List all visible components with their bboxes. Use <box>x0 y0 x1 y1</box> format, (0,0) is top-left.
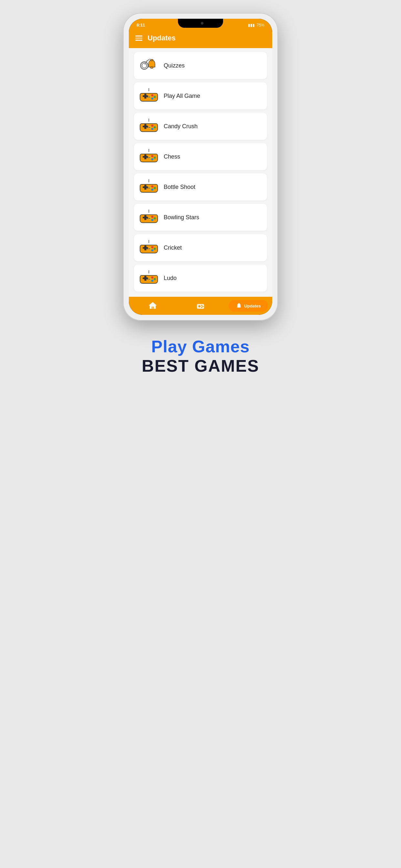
phone-frame: 8:11 ▮▮▮ 75% Updates <box>123 13 278 321</box>
svg-rect-48 <box>149 218 150 219</box>
svg-point-7 <box>151 94 153 97</box>
svg-point-73 <box>201 307 203 308</box>
candy-crush-label: Candy Crush <box>164 123 197 130</box>
gamepad-icon-play-all <box>140 88 158 104</box>
chess-label: Chess <box>164 153 180 160</box>
list-item-quizzes[interactable]: Quizzes <box>134 52 267 79</box>
svg-rect-20 <box>147 127 149 128</box>
updates-nav-label: Updates <box>244 304 260 308</box>
hamburger-line-3 <box>135 40 143 41</box>
app-header: Updates <box>129 29 272 48</box>
hamburger-line-1 <box>135 35 143 36</box>
svg-rect-12 <box>149 97 150 97</box>
header-title: Updates <box>148 34 176 42</box>
list-item-candy-crush[interactable]: Candy Crush <box>134 113 267 140</box>
bottom-nav: Updates <box>129 297 272 315</box>
games-nav-icon <box>196 302 205 310</box>
gamepad-icon-ludo <box>140 270 158 286</box>
camera-dot <box>201 22 204 25</box>
svg-point-72 <box>203 306 204 307</box>
svg-rect-51 <box>144 245 147 250</box>
bell-nav-icon <box>236 303 242 309</box>
svg-rect-66 <box>149 279 150 280</box>
gamepad-icon-bowling-stars <box>140 209 158 226</box>
nav-item-updates-active: Updates <box>228 300 268 312</box>
bottle-shoot-icon-wrap <box>139 177 158 197</box>
phone-screen: 8:11 ▮▮▮ 75% Updates <box>129 19 272 315</box>
svg-point-26 <box>154 157 156 159</box>
content-area: Quizzes <box>129 48 272 297</box>
nav-item-games[interactable] <box>177 302 224 310</box>
svg-rect-11 <box>147 97 149 97</box>
svg-rect-47 <box>147 218 149 219</box>
status-right: ▮▮▮ 75% <box>248 23 265 27</box>
svg-rect-70 <box>198 305 200 307</box>
svg-rect-30 <box>149 157 150 158</box>
nav-item-updates[interactable]: Updates <box>224 300 272 312</box>
svg-rect-29 <box>147 157 149 158</box>
candy-crush-icon-wrap <box>139 117 158 136</box>
list-item-play-all-game[interactable]: Play All Game <box>134 82 267 110</box>
svg-point-17 <box>154 126 156 128</box>
ludo-icon-wrap <box>139 268 158 288</box>
bowling-stars-label: Bowling Stars <box>164 214 199 221</box>
bottle-shoot-label: Bottle Shoot <box>164 184 195 190</box>
svg-rect-67 <box>152 307 154 309</box>
list-item-ludo[interactable]: Ludo <box>134 265 267 291</box>
svg-rect-21 <box>149 127 150 128</box>
svg-point-44 <box>154 217 156 220</box>
quizzes-label: Quizzes <box>164 62 185 69</box>
svg-point-27 <box>151 158 153 160</box>
svg-rect-24 <box>144 154 147 159</box>
cricket-label: Cricket <box>164 244 182 251</box>
svg-rect-57 <box>149 248 150 249</box>
status-bar: 8:11 ▮▮▮ 75% <box>129 19 272 29</box>
list-item-chess[interactable]: Chess <box>134 143 267 170</box>
svg-point-45 <box>151 219 153 221</box>
quizzes-icon-wrap <box>139 56 158 75</box>
svg-point-54 <box>151 249 153 252</box>
bell-icon <box>140 57 158 74</box>
svg-point-36 <box>151 189 153 191</box>
svg-point-34 <box>151 185 153 188</box>
svg-rect-38 <box>147 188 149 189</box>
ludo-label: Ludo <box>164 275 177 282</box>
gamepad-icon-candy-crush <box>140 118 158 135</box>
svg-rect-15 <box>144 124 147 129</box>
notch <box>178 19 223 28</box>
svg-rect-42 <box>144 215 147 220</box>
below-phone-content: Play Games BEST GAMES <box>142 337 259 376</box>
cricket-icon-wrap <box>139 238 158 257</box>
best-games-title: BEST GAMES <box>142 356 259 376</box>
svg-point-62 <box>154 278 156 280</box>
signal-icon: ▮▮▮ <box>248 23 255 27</box>
nav-item-home[interactable] <box>129 302 177 310</box>
list-item-bottle-shoot[interactable]: Bottle Shoot <box>134 174 267 200</box>
chess-icon-wrap <box>139 147 158 166</box>
play-games-title: Play Games <box>142 337 259 356</box>
svg-point-35 <box>154 187 156 189</box>
list-item-cricket[interactable]: Cricket <box>134 234 267 261</box>
svg-point-16 <box>151 125 153 127</box>
svg-rect-6 <box>144 94 147 98</box>
svg-point-3 <box>150 67 153 68</box>
svg-point-61 <box>151 276 153 279</box>
gamepad-icon-chess <box>140 148 158 165</box>
svg-rect-39 <box>149 188 150 189</box>
svg-rect-74 <box>239 303 240 304</box>
svg-point-71 <box>201 305 203 306</box>
svg-point-8 <box>154 96 156 98</box>
hamburger-line-2 <box>135 38 143 39</box>
svg-point-53 <box>154 248 156 250</box>
status-time: 8:11 <box>136 23 145 27</box>
svg-point-25 <box>151 155 153 157</box>
svg-rect-33 <box>144 185 147 190</box>
hamburger-menu-button[interactable] <box>135 35 143 41</box>
svg-point-63 <box>151 280 153 282</box>
list-item-bowling-stars[interactable]: Bowling Stars <box>134 204 267 231</box>
svg-rect-60 <box>144 276 147 281</box>
svg-point-43 <box>151 216 153 218</box>
play-all-game-label: Play All Game <box>164 93 200 99</box>
home-icon <box>149 302 157 310</box>
svg-point-18 <box>151 128 153 130</box>
